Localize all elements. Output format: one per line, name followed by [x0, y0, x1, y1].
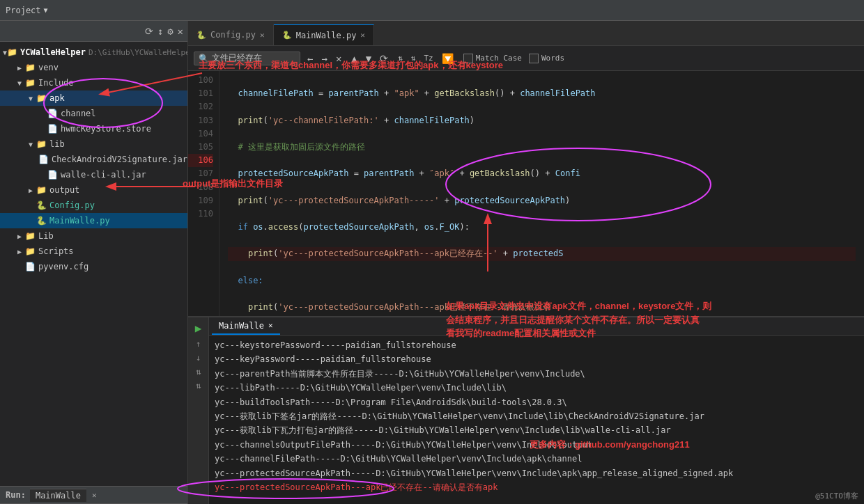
root-label: YCWalleHelper — [20, 47, 86, 57]
line-107: 107 — [188, 167, 213, 180]
words-group: Words — [529, 54, 564, 63]
sidebar-item-walle[interactable]: 📄 walle-cli-all.jar — [0, 167, 187, 182]
code-line-107: else: — [228, 274, 856, 288]
scroll-up-icon[interactable]: ↑ — [196, 339, 201, 349]
sidebar-item-channel[interactable]: 📄 channel — [0, 106, 187, 121]
run-content-wrapper: MainWalle ✕ yc---keystorePassword-----pa… — [209, 317, 864, 504]
search-icon: 🔍 — [199, 54, 209, 63]
run-line-5: yc---buildToolsPath-----D:\Program File\… — [215, 395, 858, 409]
filter-btn1[interactable]: ⇅ — [395, 52, 406, 64]
filter-funnel[interactable]: 🔽 — [439, 52, 456, 65]
sidebar-item-apk[interactable]: ▼ 📁 apk — [0, 90, 187, 106]
sidebar-item-scripts[interactable]: ▶ 📁 Scripts — [0, 244, 187, 259]
code-content[interactable]: channelFilePath = parentPath + "apk" + g… — [219, 71, 864, 316]
close-sidebar-icon[interactable]: ✕ — [178, 26, 183, 37]
lib-label: lib — [49, 139, 65, 149]
line-108: 108 — [188, 181, 213, 194]
app-container: Project ▼ ⟳ ↕ ⚙ ✕ ▼ � — [0, 0, 864, 504]
sidebar-item-lib[interactable]: ▼ 📁 lib — [0, 136, 187, 152]
sidebar-item-lib2[interactable]: ▶ 📁 Lib — [0, 228, 187, 244]
down-btn[interactable]: ▼ — [363, 52, 374, 65]
nav-back-btn[interactable]: ← — [304, 52, 316, 65]
run-main-tab-label: MainWalle — [219, 321, 264, 331]
nav-fwd-btn[interactable]: → — [318, 52, 330, 65]
run-main-tab[interactable]: MainWalle ✕ — [212, 317, 280, 335]
config-tab-label: Config.py — [210, 30, 256, 40]
code-line-101: print('yc--channelFilePath:' + channelFi… — [228, 114, 856, 127]
sidebar-item-mainwalle[interactable]: 🐍 MainWalle.py — [0, 213, 187, 228]
line-102: 102 — [188, 100, 213, 113]
scroll-down-icon[interactable]: ↓ — [196, 353, 201, 363]
words-label: Words — [541, 54, 564, 63]
up-btn[interactable]: ▲ — [348, 52, 360, 65]
run-tab: Run: MainWalle ✕ — [0, 486, 187, 504]
mainwalle-tab-close[interactable]: ✕ — [360, 31, 365, 40]
config-tab-close[interactable]: ✕ — [260, 31, 265, 40]
search-bar: 🔍 ← → ✕ ▲ ▼ ⟳ ⇅ ⇅ — [188, 46, 864, 71]
sidebar-item-output[interactable]: ▶ 📁 output — [0, 182, 187, 198]
line-numbers: 100 101 102 103 104 105 106 107 108 109 … — [188, 71, 219, 316]
apk-label: apk — [49, 93, 65, 103]
project-label: Project — [6, 6, 41, 15]
match-case-label: Match Case — [476, 54, 522, 63]
run-tab-close[interactable]: ✕ — [92, 491, 97, 500]
title-bar-left: Project ▼ — [6, 6, 48, 15]
watermark: @51CTO博客 — [815, 491, 858, 501]
words-checkbox[interactable] — [529, 54, 539, 63]
tab-mainwalle[interactable]: 🐍 MainWalle.py ✕ — [274, 24, 374, 45]
sidebar: ⟳ ↕ ⚙ ✕ ▼ 📁 YCWalleHelper D:\GitHub\YCWa… — [0, 21, 188, 504]
code-line-104: print('yc---protectedSourceApkPath-----'… — [228, 194, 856, 207]
root-path: D:\GitHub\YCWalleHelper — [88, 48, 187, 57]
project-dropdown-arrow[interactable]: ▼ — [44, 6, 48, 14]
line-110: 110 — [188, 207, 213, 221]
scroll-icon2[interactable]: ⇅ — [196, 367, 201, 377]
run-tab-close-x[interactable]: ✕ — [268, 321, 273, 330]
line-106: 106 — [188, 154, 213, 167]
close-search-btn[interactable]: ✕ — [333, 52, 344, 65]
mainwalle-tab-icon: 🐍 — [282, 31, 292, 40]
code-line-100: channelFilePath = parentPath + "apk" + g… — [228, 87, 856, 100]
code-editor: 100 101 102 103 104 105 106 107 108 109 … — [188, 71, 864, 316]
sidebar-item-keystore[interactable]: 📄 hwmcKeyStore.store — [0, 121, 187, 136]
search-nav: ▲ ▼ ⟳ — [348, 52, 391, 65]
sidebar-item-venv[interactable]: ▶ 📁 venv — [0, 60, 187, 75]
gear-icon[interactable]: ⚙ — [167, 26, 173, 37]
sync-icon[interactable]: ⟳ — [145, 26, 153, 37]
sidebar-item-config[interactable]: 🐍 Config.py — [0, 198, 187, 213]
mainwalle-label: MainWalle.py — [49, 216, 110, 226]
run-line-7: yc---获取lib下瓦力打包jar的路径-----D:\GitHub\YCWa… — [215, 423, 858, 437]
sidebar-item-checkandroid[interactable]: 📄 CheckAndroidV2Signature.jar — [0, 152, 187, 167]
line-101: 101 — [188, 87, 213, 100]
run-play-icon[interactable]: ▶ — [195, 322, 202, 335]
tab-config[interactable]: 🐍 Config.py ✕ — [188, 24, 274, 45]
lib2-label: Lib — [38, 231, 54, 241]
sidebar-item-root[interactable]: ▼ 📁 YCWalleHelper D:\GitHub\YCWalleHelpe… — [0, 45, 187, 60]
filter-btn3[interactable]: Tz — [421, 52, 435, 64]
run-line-6: yc---获取lib下签名jar的路径-----D:\GitHub\YCWall… — [215, 409, 858, 423]
match-case-checkbox[interactable] — [463, 54, 473, 63]
search-extra: ⇅ ⇅ Tz 🔽 — [395, 52, 456, 65]
filter-btn2[interactable]: ⇅ — [408, 52, 419, 64]
search-wrapper: 🔍 — [194, 52, 300, 65]
include-label: Include — [38, 78, 74, 88]
editor-panel: 🐍 Config.py ✕ 🐍 MainWalle.py ✕ 🔍 — [188, 21, 864, 504]
run-line-4: yc---libPath-----D:\GitHub\YCWalleHelper… — [215, 381, 858, 395]
run-tab-name[interactable]: MainWalle — [30, 489, 86, 502]
collapse-icon[interactable]: ↕ — [157, 26, 163, 37]
sidebar-item-include[interactable]: ▼ 📁 Include — [0, 75, 187, 90]
line-105: 105 — [188, 141, 213, 154]
search-input[interactable] — [212, 54, 295, 63]
mainwalle-tab-label: MainWalle.py — [296, 31, 357, 40]
walle-label: walle-cli-all.jar — [61, 170, 146, 180]
channel-label: channel — [61, 109, 96, 118]
match-case-group: Match Case — [463, 54, 522, 63]
code-line-106: print('yc---protectedSourceApkPath---apk… — [228, 247, 856, 260]
scroll-icon3[interactable]: ⇅ — [196, 381, 201, 391]
run-line-1: yc---keystorePassword-----paidian_fullst… — [215, 338, 858, 352]
sidebar-item-pyvenv[interactable]: 📄 pyvenv.cfg — [0, 259, 187, 274]
code-line-103: protectedSourceApkPath = parentPath + ″a… — [228, 167, 856, 180]
line-104: 104 — [188, 127, 213, 141]
scripts-label: Scripts — [38, 246, 74, 256]
refresh-btn[interactable]: ⟳ — [377, 52, 391, 65]
code-line-108: print('yc---protectedSourceApkPath---apk… — [228, 301, 856, 314]
